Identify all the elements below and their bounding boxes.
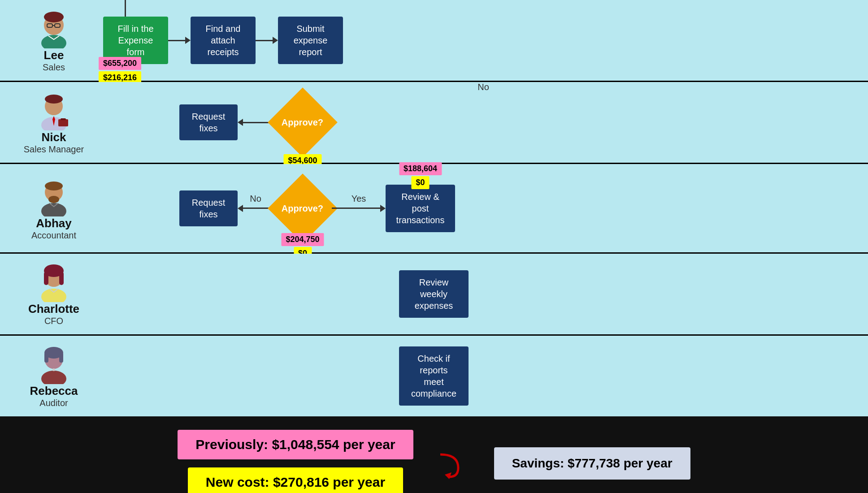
savings-arrow-svg <box>436 445 472 481</box>
lane2-flow: Request fixes No Approve? $54,600 <box>103 93 864 151</box>
lane-charlotte: Charlotte CFO Review weekly expenses <box>0 254 868 336</box>
lane-rebecca: Rebecca Auditor Check if reports meet co… <box>0 336 868 416</box>
check-compliance-wrap: Check if reports meet compliance <box>399 346 469 406</box>
request-fixes-2-wrap: Request fixes <box>179 190 238 226</box>
lane4-content: Review weekly expenses <box>99 270 864 318</box>
cost-summary: Previously: $1,048,554 per year New cost… <box>178 430 413 493</box>
request-fixes-1-label: Request fixes <box>192 111 226 134</box>
svg-rect-30 <box>59 353 63 363</box>
arrow1 <box>168 37 191 44</box>
savings-arrow <box>436 445 472 481</box>
lane1-costs: $655,200 $216,216 <box>99 57 141 84</box>
review-post-box[interactable]: Review & post transactions <box>386 185 455 232</box>
bottom-bar: Previously: $1,048,554 per year New cost… <box>0 416 868 493</box>
lee-role: Sales <box>43 62 65 73</box>
nick-role: Sales Manager <box>24 144 84 155</box>
request-fixes-1-box[interactable]: Request fixes <box>179 104 238 140</box>
svg-point-18 <box>48 196 59 203</box>
svg-point-3 <box>44 12 64 22</box>
check-compliance-box[interactable]: Check if reports meet compliance <box>399 346 469 406</box>
lane1-flow: Fill in the Expense form $655,200 $216,2… <box>103 17 343 64</box>
charlotte-role: CFO <box>44 316 63 326</box>
lane1-content: 📋 Fill in the Expense form $655,200 $216… <box>99 17 864 64</box>
lane-lee: Lee Sales 📋 Fill in the Expense form $65… <box>0 0 868 82</box>
avatar-rebecca <box>34 344 74 384</box>
cost-yellow-3b: $0 <box>411 176 429 189</box>
approve-diamond-2-wrap: Approve? $204,750 $0 <box>273 179 332 238</box>
previously-label: Previously: $1,048,554 per year <box>178 430 413 459</box>
rebecca-role: Auditor <box>39 398 68 408</box>
arrow-yes-2: Yes <box>332 205 386 212</box>
svg-point-17 <box>45 182 63 190</box>
cost-pink-3a: $204,750 <box>281 233 324 246</box>
review-weekly-label: Review weekly expenses <box>407 277 460 311</box>
check-compliance-label: Check if reports meet compliance <box>411 353 456 399</box>
review-weekly-wrap: Review weekly expenses <box>399 270 469 318</box>
request-fixes-2-label: Request fixes <box>192 197 226 220</box>
lane3-flow: Request fixes No Approve? $204,750 $0 <box>103 179 864 238</box>
svg-point-31 <box>52 368 55 371</box>
submit-report-box[interactable]: Submit expense report <box>278 17 343 64</box>
charlotte-name: Charlotte <box>28 302 79 316</box>
vert-connector-top <box>125 0 126 17</box>
persona-abhay: Abhay Accountant <box>9 176 99 241</box>
lane2-content: Request fixes No Approve? $54,600 <box>99 93 864 151</box>
persona-charlotte: Charlotte CFO <box>9 262 99 326</box>
avatar-charlotte <box>34 262 74 302</box>
lane3-costs-right: $188,604 $0 <box>399 162 442 189</box>
lane-nick: Nick Sales Manager Request fixes No Appr… <box>0 82 868 164</box>
avatar-nick <box>34 90 74 130</box>
request-fixes-2-box[interactable]: Request fixes <box>179 190 238 226</box>
svg-rect-24 <box>59 272 64 285</box>
svg-rect-29 <box>44 353 48 363</box>
lane5-content: Check if reports meet compliance <box>99 346 864 406</box>
svg-rect-13 <box>61 118 66 120</box>
find-receipts-label: Find and attach receipts <box>199 23 247 58</box>
review-post-label: Review & post transactions <box>394 191 447 226</box>
review-weekly-box[interactable]: Review weekly expenses <box>399 270 469 318</box>
review-post-wrap: Review & post transactions $188,604 $0 <box>386 185 455 232</box>
find-receipts-box[interactable]: Find and attach receipts <box>191 17 256 64</box>
avatar-lee <box>34 8 74 48</box>
lane-abhay: Abhay Accountant Request fixes No Approv… <box>0 164 868 254</box>
abhay-role: Accountant <box>31 230 76 241</box>
persona-lee: Lee Sales <box>9 8 99 73</box>
approve-diamond-1: Approve? <box>268 87 338 157</box>
avatar-abhay <box>34 176 74 216</box>
savings-label: Savings: $777,738 per year <box>494 447 690 480</box>
persona-nick: Nick Sales Manager <box>9 90 99 155</box>
nick-name: Nick <box>42 130 66 144</box>
request-fixes-1-wrap: Request fixes <box>179 104 238 140</box>
approve-diamond-1-wrap: Approve? $54,600 <box>273 93 332 151</box>
svg-rect-12 <box>58 119 68 126</box>
approve-label-1: Approve? <box>282 117 323 128</box>
svg-rect-23 <box>44 272 48 285</box>
approve-label-2: Approve? <box>282 203 323 213</box>
yes-label-2: Yes <box>352 194 366 204</box>
new-cost-label: New cost: $270,816 per year <box>188 467 403 493</box>
lane3-content: Request fixes No Approve? $204,750 $0 <box>99 179 864 238</box>
abhay-name: Abhay <box>36 216 71 230</box>
cost-pink-3b: $188,604 <box>399 162 442 175</box>
submit-report-label: Submit expense report <box>286 23 335 58</box>
rebecca-name: Rebecca <box>30 384 78 398</box>
no-label-2: No <box>250 194 261 204</box>
cost-pink-1: $655,200 <box>99 57 141 70</box>
no-label-1: No <box>477 82 489 92</box>
persona-rebecca: Rebecca Auditor <box>9 344 99 408</box>
fill-expense-label: Fill in the Expense form <box>111 23 160 58</box>
lee-name: Lee <box>44 48 64 62</box>
svg-point-10 <box>45 95 63 104</box>
arrow2 <box>256 37 278 44</box>
